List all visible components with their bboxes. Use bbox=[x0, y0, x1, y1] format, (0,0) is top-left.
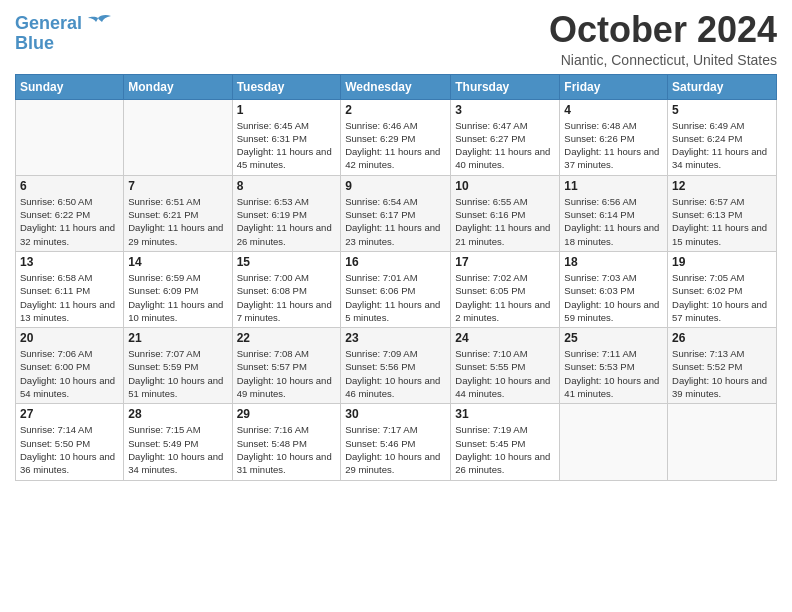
day-number: 20 bbox=[20, 331, 119, 345]
day-info: Sunrise: 7:01 AM Sunset: 6:06 PM Dayligh… bbox=[345, 271, 446, 324]
table-row: 24Sunrise: 7:10 AM Sunset: 5:55 PM Dayli… bbox=[451, 328, 560, 404]
day-number: 10 bbox=[455, 179, 555, 193]
logo: GeneralBlue bbox=[15, 14, 112, 54]
table-row: 22Sunrise: 7:08 AM Sunset: 5:57 PM Dayli… bbox=[232, 328, 341, 404]
table-row: 21Sunrise: 7:07 AM Sunset: 5:59 PM Dayli… bbox=[124, 328, 232, 404]
day-info: Sunrise: 7:05 AM Sunset: 6:02 PM Dayligh… bbox=[672, 271, 772, 324]
day-info: Sunrise: 7:10 AM Sunset: 5:55 PM Dayligh… bbox=[455, 347, 555, 400]
day-number: 28 bbox=[128, 407, 227, 421]
calendar-header: Sunday Monday Tuesday Wednesday Thursday… bbox=[16, 74, 777, 99]
calendar-week-row: 1Sunrise: 6:45 AM Sunset: 6:31 PM Daylig… bbox=[16, 99, 777, 175]
day-number: 26 bbox=[672, 331, 772, 345]
col-friday: Friday bbox=[560, 74, 668, 99]
table-row: 4Sunrise: 6:48 AM Sunset: 6:26 PM Daylig… bbox=[560, 99, 668, 175]
day-info: Sunrise: 6:55 AM Sunset: 6:16 PM Dayligh… bbox=[455, 195, 555, 248]
day-info: Sunrise: 6:46 AM Sunset: 6:29 PM Dayligh… bbox=[345, 119, 446, 172]
title-block: October 2024 Niantic, Connecticut, Unite… bbox=[549, 10, 777, 68]
table-row: 11Sunrise: 6:56 AM Sunset: 6:14 PM Dayli… bbox=[560, 175, 668, 251]
table-row: 5Sunrise: 6:49 AM Sunset: 6:24 PM Daylig… bbox=[668, 99, 777, 175]
logo-bird-icon bbox=[84, 14, 112, 36]
table-row: 23Sunrise: 7:09 AM Sunset: 5:56 PM Dayli… bbox=[341, 328, 451, 404]
day-number: 14 bbox=[128, 255, 227, 269]
day-number: 9 bbox=[345, 179, 446, 193]
table-row: 1Sunrise: 6:45 AM Sunset: 6:31 PM Daylig… bbox=[232, 99, 341, 175]
table-row bbox=[668, 404, 777, 480]
day-number: 3 bbox=[455, 103, 555, 117]
col-wednesday: Wednesday bbox=[341, 74, 451, 99]
calendar-week-row: 20Sunrise: 7:06 AM Sunset: 6:00 PM Dayli… bbox=[16, 328, 777, 404]
page: GeneralBlue October 2024 Niantic, Connec… bbox=[0, 0, 792, 612]
day-info: Sunrise: 7:00 AM Sunset: 6:08 PM Dayligh… bbox=[237, 271, 337, 324]
day-info: Sunrise: 7:13 AM Sunset: 5:52 PM Dayligh… bbox=[672, 347, 772, 400]
day-info: Sunrise: 6:53 AM Sunset: 6:19 PM Dayligh… bbox=[237, 195, 337, 248]
calendar-week-row: 13Sunrise: 6:58 AM Sunset: 6:11 PM Dayli… bbox=[16, 251, 777, 327]
day-number: 4 bbox=[564, 103, 663, 117]
day-info: Sunrise: 7:17 AM Sunset: 5:46 PM Dayligh… bbox=[345, 423, 446, 476]
day-number: 8 bbox=[237, 179, 337, 193]
table-row: 14Sunrise: 6:59 AM Sunset: 6:09 PM Dayli… bbox=[124, 251, 232, 327]
table-row: 7Sunrise: 6:51 AM Sunset: 6:21 PM Daylig… bbox=[124, 175, 232, 251]
col-tuesday: Tuesday bbox=[232, 74, 341, 99]
day-info: Sunrise: 6:48 AM Sunset: 6:26 PM Dayligh… bbox=[564, 119, 663, 172]
day-info: Sunrise: 7:11 AM Sunset: 5:53 PM Dayligh… bbox=[564, 347, 663, 400]
day-info: Sunrise: 6:56 AM Sunset: 6:14 PM Dayligh… bbox=[564, 195, 663, 248]
day-info: Sunrise: 6:58 AM Sunset: 6:11 PM Dayligh… bbox=[20, 271, 119, 324]
table-row: 31Sunrise: 7:19 AM Sunset: 5:45 PM Dayli… bbox=[451, 404, 560, 480]
calendar-body: 1Sunrise: 6:45 AM Sunset: 6:31 PM Daylig… bbox=[16, 99, 777, 480]
day-info: Sunrise: 7:02 AM Sunset: 6:05 PM Dayligh… bbox=[455, 271, 555, 324]
table-row: 20Sunrise: 7:06 AM Sunset: 6:00 PM Dayli… bbox=[16, 328, 124, 404]
table-row: 3Sunrise: 6:47 AM Sunset: 6:27 PM Daylig… bbox=[451, 99, 560, 175]
day-info: Sunrise: 6:57 AM Sunset: 6:13 PM Dayligh… bbox=[672, 195, 772, 248]
day-number: 7 bbox=[128, 179, 227, 193]
day-info: Sunrise: 7:15 AM Sunset: 5:49 PM Dayligh… bbox=[128, 423, 227, 476]
day-info: Sunrise: 7:16 AM Sunset: 5:48 PM Dayligh… bbox=[237, 423, 337, 476]
day-info: Sunrise: 6:49 AM Sunset: 6:24 PM Dayligh… bbox=[672, 119, 772, 172]
day-number: 25 bbox=[564, 331, 663, 345]
day-number: 15 bbox=[237, 255, 337, 269]
calendar-week-row: 6Sunrise: 6:50 AM Sunset: 6:22 PM Daylig… bbox=[16, 175, 777, 251]
day-number: 6 bbox=[20, 179, 119, 193]
table-row bbox=[16, 99, 124, 175]
day-info: Sunrise: 7:07 AM Sunset: 5:59 PM Dayligh… bbox=[128, 347, 227, 400]
table-row: 28Sunrise: 7:15 AM Sunset: 5:49 PM Dayli… bbox=[124, 404, 232, 480]
col-sunday: Sunday bbox=[16, 74, 124, 99]
logo-text: GeneralBlue bbox=[15, 14, 82, 54]
table-row: 19Sunrise: 7:05 AM Sunset: 6:02 PM Dayli… bbox=[668, 251, 777, 327]
day-number: 2 bbox=[345, 103, 446, 117]
location: Niantic, Connecticut, United States bbox=[549, 52, 777, 68]
day-number: 17 bbox=[455, 255, 555, 269]
table-row: 18Sunrise: 7:03 AM Sunset: 6:03 PM Dayli… bbox=[560, 251, 668, 327]
header: GeneralBlue October 2024 Niantic, Connec… bbox=[15, 10, 777, 68]
day-number: 29 bbox=[237, 407, 337, 421]
month-title: October 2024 bbox=[549, 10, 777, 50]
table-row: 27Sunrise: 7:14 AM Sunset: 5:50 PM Dayli… bbox=[16, 404, 124, 480]
day-info: Sunrise: 6:47 AM Sunset: 6:27 PM Dayligh… bbox=[455, 119, 555, 172]
table-row: 8Sunrise: 6:53 AM Sunset: 6:19 PM Daylig… bbox=[232, 175, 341, 251]
day-number: 27 bbox=[20, 407, 119, 421]
day-number: 24 bbox=[455, 331, 555, 345]
day-number: 13 bbox=[20, 255, 119, 269]
col-thursday: Thursday bbox=[451, 74, 560, 99]
table-row: 10Sunrise: 6:55 AM Sunset: 6:16 PM Dayli… bbox=[451, 175, 560, 251]
day-number: 23 bbox=[345, 331, 446, 345]
table-row: 13Sunrise: 6:58 AM Sunset: 6:11 PM Dayli… bbox=[16, 251, 124, 327]
day-info: Sunrise: 6:51 AM Sunset: 6:21 PM Dayligh… bbox=[128, 195, 227, 248]
table-row: 17Sunrise: 7:02 AM Sunset: 6:05 PM Dayli… bbox=[451, 251, 560, 327]
day-number: 31 bbox=[455, 407, 555, 421]
day-number: 12 bbox=[672, 179, 772, 193]
table-row: 15Sunrise: 7:00 AM Sunset: 6:08 PM Dayli… bbox=[232, 251, 341, 327]
calendar-table: Sunday Monday Tuesday Wednesday Thursday… bbox=[15, 74, 777, 481]
day-info: Sunrise: 7:08 AM Sunset: 5:57 PM Dayligh… bbox=[237, 347, 337, 400]
table-row: 29Sunrise: 7:16 AM Sunset: 5:48 PM Dayli… bbox=[232, 404, 341, 480]
day-info: Sunrise: 7:14 AM Sunset: 5:50 PM Dayligh… bbox=[20, 423, 119, 476]
col-saturday: Saturday bbox=[668, 74, 777, 99]
table-row: 12Sunrise: 6:57 AM Sunset: 6:13 PM Dayli… bbox=[668, 175, 777, 251]
col-monday: Monday bbox=[124, 74, 232, 99]
day-number: 21 bbox=[128, 331, 227, 345]
table-row: 9Sunrise: 6:54 AM Sunset: 6:17 PM Daylig… bbox=[341, 175, 451, 251]
table-row bbox=[124, 99, 232, 175]
calendar-week-row: 27Sunrise: 7:14 AM Sunset: 5:50 PM Dayli… bbox=[16, 404, 777, 480]
table-row: 26Sunrise: 7:13 AM Sunset: 5:52 PM Dayli… bbox=[668, 328, 777, 404]
day-number: 11 bbox=[564, 179, 663, 193]
day-number: 1 bbox=[237, 103, 337, 117]
